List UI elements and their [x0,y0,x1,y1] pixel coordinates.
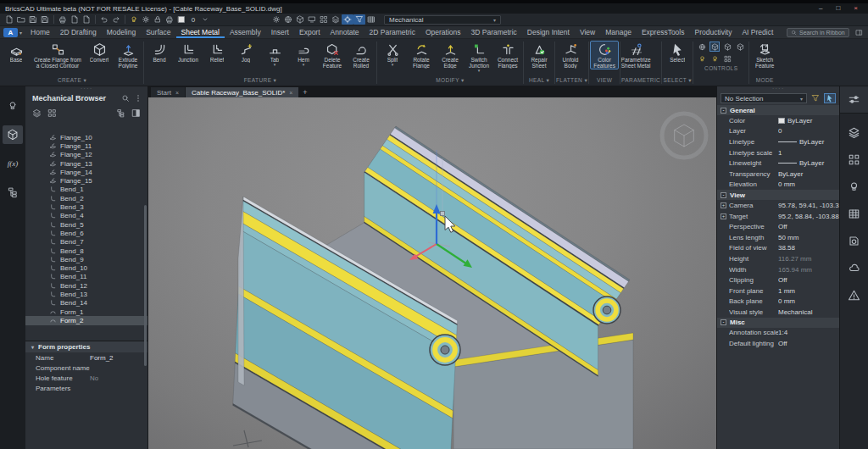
tree-item-bend-3[interactable]: Bend_3 [25,202,147,211]
tree-item-bend-6[interactable]: Bend_6 [25,229,147,237]
ribbon-button-create-edge-flange[interactable]: Create Edge Flange [436,41,465,69]
parameters-panel-button[interactable]: f(x) [3,154,23,173]
ribbon-tab-export[interactable]: Export [294,26,326,38]
ribbon-button-rotate-flange[interactable]: Rotate Flange [407,41,436,69]
tree-item-flange-11[interactable]: Flange_11 [25,141,147,150]
maximize-button[interactable]: □ [836,4,840,13]
new-file-button[interactable] [3,14,15,25]
ribbon-button-bend[interactable]: Bend [145,41,174,64]
form-properties-header[interactable]: ▾ Form properties [25,341,147,352]
prop-row-height[interactable]: Height116.27 mm [717,253,839,264]
layer-on-off-button[interactable] [128,14,140,25]
ribbon-search-box[interactable]: Search in Ribbon [787,28,849,37]
browser-search-button[interactable] [121,94,130,103]
ribbon-button-select[interactable]: Select [663,41,692,64]
ribbon-button-jog[interactable]: Jog [231,41,260,64]
ribbon-tab-ai-predict[interactable]: AI Predict [737,26,778,38]
ribbon-button-relief[interactable]: Relief [203,41,231,64]
ribbon-tab-expresstools[interactable]: ExpressTools [637,26,690,38]
shade-toggle[interactable] [735,42,745,52]
document-tab-cable-raceway-base-solid[interactable]: Cable Raceway_Base_SOLID*× [186,87,298,97]
view-orbit-button[interactable] [282,14,294,25]
selection-preview-toggle[interactable] [722,53,732,64]
layers-panel-button[interactable] [840,119,868,146]
tree-item-bend-12[interactable]: Bend_12 [25,281,147,290]
tree-item-bend-13[interactable]: Bend_13 [25,290,147,298]
save-button[interactable] [27,14,39,25]
property-filter-button[interactable] [810,93,821,103]
ribbon-tab-annotate[interactable]: Annotate [326,26,364,38]
prop-row-elevation[interactable]: Elevation0 mm [717,180,839,191]
tree-item-flange-15[interactable]: Flange_15 [25,176,147,185]
render-lights-panel-button[interactable] [840,173,868,200]
plot-preview-button[interactable] [69,14,81,25]
expand-plus-icon[interactable]: + [721,213,726,219]
tree-item-bend-1[interactable]: Bend_1 [25,186,147,194]
save-all-button[interactable] [39,14,51,25]
minimize-button[interactable]: – [819,4,822,13]
close-tab-icon[interactable]: × [289,90,292,96]
prop-row-annotation-scale[interactable]: Annotation scale1:4 [717,328,839,339]
ribbon-button-parametrize-sheet-metal[interactable]: Parametrize Sheet Metal [621,41,650,69]
ribbon-button-repair-sheet-metal[interactable]: Repair Sheet Metal [525,41,554,69]
application-menu-button[interactable]: A [3,28,18,37]
tree-item-bend-11[interactable]: Bend_11 [25,273,147,281]
tips-toggle-button[interactable] [353,14,365,25]
layer-plot-button[interactable] [164,14,175,25]
ribbon-button-tab[interactable]: Tab▾ [260,41,289,67]
expand-plus-icon[interactable]: + [721,202,726,208]
materials-panel-button[interactable] [840,227,868,254]
tree-item-bend-10[interactable]: Bend_10 [25,263,147,272]
lamps-toggle[interactable] [709,53,720,64]
ribbon-button-hem[interactable]: Hem▾ [289,41,318,67]
tree-item-bend-5[interactable]: Bend_5 [25,220,147,229]
layer-dropdown-button[interactable] [199,14,211,25]
tree-item-form-1[interactable]: Form_1 [25,308,147,316]
tree-item-flange-14[interactable]: Flange_14 [25,168,147,176]
prop-row-target[interactable]: +Target95.2, 58.84, -103.88 [717,211,839,222]
named-views-button[interactable] [318,14,330,25]
model-viewport[interactable] [148,97,716,449]
current-color-swatch-button[interactable] [175,14,187,25]
prop-row-linetype[interactable]: LinetypeByLayer [717,136,839,147]
workspace-selector[interactable]: Mechanical ▾ [384,15,501,25]
prop-row-clipping[interactable]: ClippingOff [717,274,839,285]
prop-row-back-plane[interactable]: Back plane0 mm [717,297,839,308]
ribbon-tab-manage[interactable]: Manage [600,26,637,38]
tree-item-form-2[interactable]: Form_2 [25,316,147,324]
drawing-explorer-button[interactable] [270,14,282,25]
plot-button[interactable] [57,14,69,25]
sphere-toggle[interactable] [697,42,707,52]
form-prop-row-hole-feature[interactable]: Hole featureNo [25,373,147,383]
publish-button[interactable] [81,14,92,25]
section-header-view[interactable]: -View [717,190,839,200]
ribbon-button-junction[interactable]: Junction [174,41,203,64]
prop-row-color[interactable]: ColorByLayer [717,115,839,126]
panel-sets-button[interactable] [365,14,377,25]
navigation-sphere[interactable] [662,114,706,158]
prop-row-layer[interactable]: Layer0 [717,126,839,137]
lights-toggle[interactable] [697,53,707,64]
quick-select-button[interactable] [824,93,836,103]
tree-item-bend-14[interactable]: Bend_14 [25,299,147,308]
tree-item-bend-8[interactable]: Bend_8 [25,247,147,255]
prop-row-width[interactable]: Width165.94 mm [717,264,839,275]
ribbon-pin-button[interactable] [853,28,865,37]
viewport-canvas[interactable] [148,97,716,449]
ribbon-tab-insert[interactable]: Insert [266,26,294,38]
prop-row-field-of-view[interactable]: Field of view38.58 [717,243,839,254]
section-header-general[interactable]: -General [717,105,839,115]
panel-drag-handle[interactable]: ···· [717,86,839,92]
browser-display-filter-button[interactable] [131,106,141,121]
tree-item-flange-13[interactable]: Flange_13 [25,159,147,168]
ribbon-button-extrude-polyline[interactable]: Extrude Polyline [114,41,142,69]
ribbon-button-color-features[interactable]: Color Features [590,41,619,69]
open-file-button[interactable] [15,14,27,25]
render-view-button[interactable] [306,14,318,25]
ribbon-button-connect-flanges[interactable]: Connect Flanges [493,41,522,69]
cloud-panel-button[interactable] [840,254,868,281]
prop-row-front-plane[interactable]: Front plane1 mm [717,285,839,297]
document-tab-start[interactable]: Start× [151,87,185,97]
prop-row-visual-style[interactable]: Visual styleMechanical [717,307,839,318]
tree-item-bend-7[interactable]: Bend_7 [25,238,147,247]
